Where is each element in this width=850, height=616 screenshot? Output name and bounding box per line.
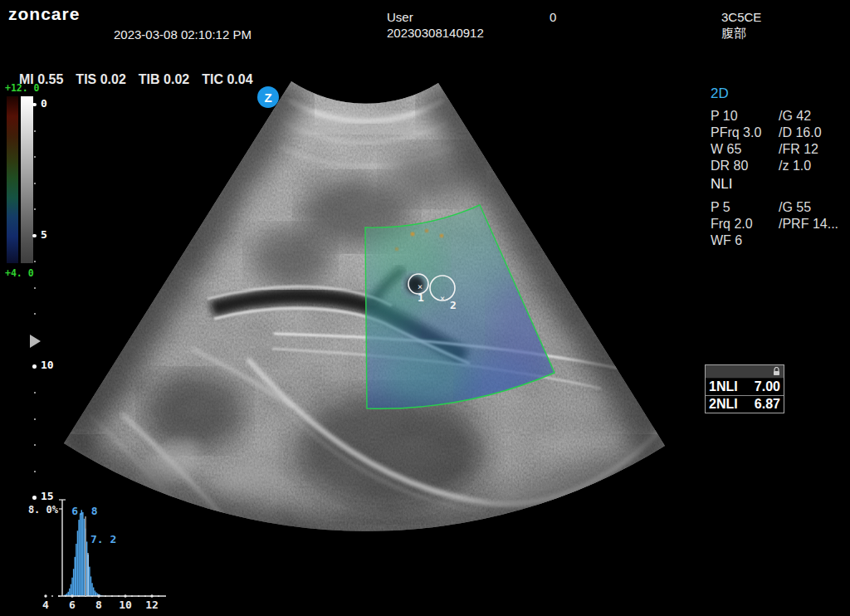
measurement-cursor-1-x: ×: [418, 282, 423, 291]
param-left: W 65: [711, 141, 779, 158]
tib-value: TIB 0.02: [139, 72, 189, 86]
mode-nli-params: P 5/G 55 Frq 2.0/PRF 14... WF 6: [711, 199, 850, 249]
histogram-ymax-label: 8. 0%: [28, 504, 59, 516]
depth-tick: [34, 418, 36, 420]
param-left: DR 80: [711, 158, 779, 174]
param-right: /D 16.0: [779, 125, 822, 141]
param-row: P 5/G 55: [711, 199, 850, 216]
param-row: DR 80/z 1.0: [711, 158, 850, 174]
svg-text:8: 8: [95, 599, 102, 611]
param-row: PFrq 3.0/D 16.0: [711, 125, 850, 141]
elasto-hotspot: [411, 232, 415, 237]
depth-tick: [34, 287, 36, 289]
mode-nli-title: NLI: [711, 176, 732, 193]
depth-tick: [32, 364, 37, 369]
depth-tick: [32, 103, 37, 107]
result-value: 7.00: [755, 379, 780, 394]
histogram-mean-label: 7. 2: [90, 533, 116, 545]
depth-tick: [34, 208, 36, 210]
param-right: /G 55: [779, 199, 811, 216]
datetime-display: 2023-03-08 02:10:12 PM: [114, 27, 252, 42]
focus-marker: [30, 335, 41, 348]
depth-tick: [34, 471, 36, 472]
nli-histogram: 8. 0% 6. 8 7. 2 4681012: [17, 491, 224, 616]
result-value: 6.87: [755, 397, 780, 412]
elasto-hotspot: [440, 234, 443, 237]
depth-tick: [34, 444, 36, 446]
param-left: WF 6: [711, 232, 779, 249]
lock-icon: [773, 367, 780, 376]
depth-tick: [32, 234, 37, 238]
tis-value: TIS 0.02: [76, 72, 125, 86]
depth-label-5: 5: [41, 228, 47, 241]
measurement-cursor-2-x: ×: [440, 294, 445, 303]
elasto-hotspot: [395, 247, 398, 251]
result-label: 1NLI: [709, 379, 738, 394]
depth-label-10: 10: [41, 359, 54, 371]
result-label: 2NLI: [709, 397, 738, 412]
depth-tick: [34, 183, 36, 184]
param-right: /G 42: [779, 108, 811, 125]
param-left: P 10: [711, 108, 779, 125]
param-left: P 5: [711, 199, 779, 216]
depth-label-0: 0: [41, 97, 47, 110]
param-row: Frq 2.0/PRF 14...: [711, 216, 850, 232]
roi-marker-2-label: 2: [450, 299, 457, 311]
histogram-peak-label: 6. 8: [71, 505, 97, 517]
svg-text:10: 10: [119, 599, 132, 611]
result-row-1: 1NLI 7.00: [706, 379, 784, 395]
depth-tick: [34, 313, 36, 315]
param-right: /FR 12: [779, 141, 818, 158]
depth-tick: [34, 261, 36, 262]
param-row: P 10/G 42: [711, 108, 850, 125]
tic-value: TIC 0.04: [202, 72, 252, 86]
result-row-2: 2NLI 6.87: [706, 395, 784, 413]
depth-tick: [34, 156, 36, 158]
z-logo-badge: Z: [257, 86, 279, 108]
histogram-tick-labels: 4681012: [42, 599, 159, 611]
param-right: /PRF 14...: [779, 216, 838, 232]
depth-tick: [34, 130, 36, 132]
depth-tick: [34, 392, 36, 394]
svg-text:6: 6: [69, 599, 76, 611]
param-left: PFrq 3.0: [711, 125, 779, 141]
param-row: WF 6: [711, 232, 850, 249]
frame-counter: 0: [550, 10, 556, 24]
mode-2d-params: P 10/G 42 PFrq 3.0/D 16.0 W 65/FR 12 DR …: [711, 108, 850, 174]
results-box-header[interactable]: [706, 365, 784, 379]
exam-id: 20230308140912: [387, 26, 484, 40]
elasto-hotspot: [425, 229, 428, 232]
svg-text:4: 4: [42, 599, 49, 611]
mode-2d-title: 2D: [711, 86, 729, 102]
patient-name: User: [387, 10, 413, 24]
exam-preset: 腹部: [721, 26, 746, 42]
probe-model: 3C5CE: [721, 10, 761, 24]
roi-marker-1-label: 1: [418, 291, 424, 304]
measurement-results-box[interactable]: 1NLI 7.00 2NLI 6.87: [705, 364, 784, 413]
param-row: W 65/FR 12: [711, 141, 850, 158]
param-right: /z 1.0: [779, 158, 811, 174]
param-left: Frq 2.0: [711, 216, 779, 232]
svg-text:12: 12: [145, 599, 159, 611]
